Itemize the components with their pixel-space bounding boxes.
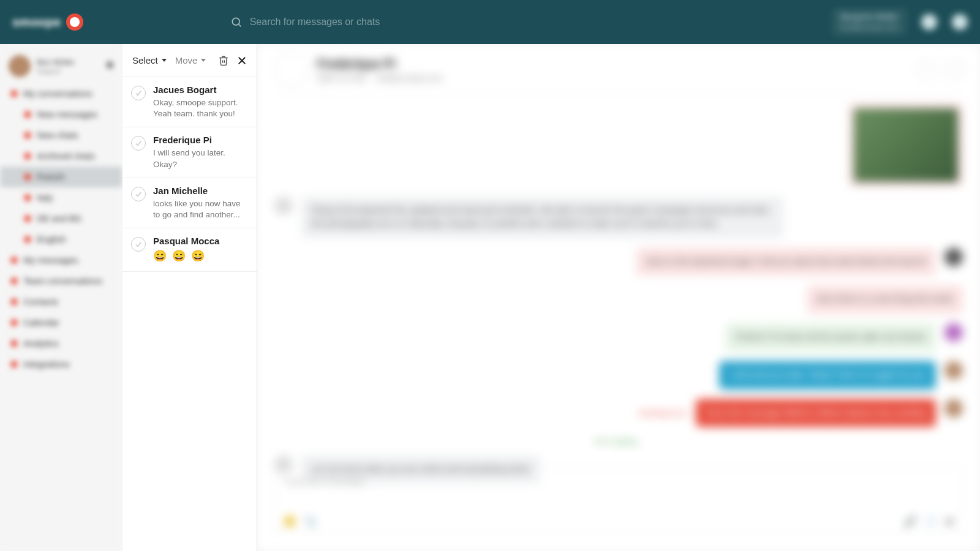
conversation-item[interactable]: Frederique PiI will send you later. Okay…: [123, 127, 257, 178]
sidebar-item-label: Italy: [37, 193, 53, 203]
message-bubble[interactable]: Sorry this message failed to deliver ple…: [696, 399, 936, 427]
conversation-preview: 😄 😄 😄: [153, 249, 248, 263]
message-bubble[interactable]: I will send you later. Okay? Here it is …: [719, 361, 936, 389]
message-bubble[interactable]: Also there is a new thing this week: [807, 285, 963, 313]
contact-phone: 0800 123 456: [317, 73, 366, 83]
contact-avatar[interactable]: [274, 53, 309, 87]
sidebar-user-name: Ben Müller: [37, 58, 75, 67]
select-label: Select: [132, 55, 158, 66]
chat-panel: Frederique Pi 0800 123 456 info@smoope.c…: [257, 44, 980, 551]
folder-icon: [24, 132, 31, 138]
conversation-item[interactable]: Jan Michellelooks like you now have to g…: [123, 178, 257, 228]
folder-icon: [11, 278, 17, 284]
template-icon[interactable]: 📄: [925, 515, 937, 527]
message-row: Here is the attached image I told you ab…: [274, 248, 963, 276]
close-button[interactable]: [235, 53, 249, 68]
sidebar-item-label: Analytics: [23, 339, 59, 348]
select-checkbox[interactable]: [131, 237, 146, 252]
move-label: Move: [175, 55, 198, 66]
sidebar-item[interactable]: My messages: [0, 250, 123, 271]
search-icon: [230, 16, 243, 28]
check-icon: [134, 89, 143, 97]
sidebar-user[interactable]: Ben Müller Support: [0, 49, 123, 83]
folder-icon: [11, 340, 17, 347]
message-row: Sending error Sorry this message failed …: [274, 399, 963, 427]
contact-name: Frederique Pi: [317, 57, 442, 71]
move-dropdown[interactable]: Move: [173, 53, 209, 68]
chat-action-icon[interactable]: [919, 62, 935, 78]
account-name: Benjamin Müller: [841, 12, 898, 23]
conversation-item[interactable]: Pasqual Mocca😄 😄 😄: [123, 228, 257, 271]
message-composer[interactable]: Type your message... 🙂 📎 🎤 📄 ➤: [274, 467, 963, 534]
notifications-icon[interactable]: [921, 14, 937, 30]
search-input[interactable]: [250, 17, 495, 28]
mic-icon[interactable]: 🎤: [904, 515, 916, 527]
sidebar-item[interactable]: DE and BG: [0, 208, 123, 229]
chevron-down-icon: [201, 59, 206, 62]
composer-placeholder: Type your message...: [284, 476, 954, 486]
account-chip[interactable]: Benjamin Müller ben@smoope.com: [832, 9, 907, 35]
sidebar-item-label: My messages: [23, 255, 78, 265]
message-bubble[interactable]: Please find attached the updated and imp…: [301, 197, 783, 238]
sender-avatar: [944, 399, 963, 418]
folder-icon: [11, 320, 17, 326]
sidebar-item[interactable]: Italy: [0, 187, 123, 208]
message-bubble[interactable]: Perfect! I'll review all the assets righ…: [726, 323, 936, 351]
sidebar-item[interactable]: Calendar: [0, 312, 123, 333]
sidebar-item-label: New chats: [37, 130, 78, 140]
sidebar-item[interactable]: Archived chats: [0, 146, 123, 167]
avatar: [9, 55, 31, 77]
message-bubble[interactable]: Here is the attached image I told you ab…: [636, 248, 936, 276]
message-row: Please find attached the updated and imp…: [274, 197, 963, 238]
folder-icon: [24, 195, 31, 201]
message-row: Also there is a new thing this week: [274, 285, 963, 313]
folder-icon: [24, 236, 31, 242]
image-attachment[interactable]: [854, 108, 958, 182]
sidebar-item[interactable]: My conversations: [0, 83, 123, 104]
folder-icon: [11, 257, 17, 263]
sidebar-item[interactable]: French: [0, 167, 123, 187]
sidebar-item-label: Calendar: [23, 318, 59, 328]
conversation-list-panel: Select Move Jacues BogartOkay, smoope su…: [123, 44, 257, 551]
select-checkbox[interactable]: [131, 86, 146, 100]
message-row: I will send you later. Okay? Here it is …: [274, 361, 963, 389]
conversation-name: Frederique Pi: [153, 135, 248, 145]
check-icon: [134, 190, 143, 198]
gear-icon[interactable]: [104, 60, 114, 72]
select-dropdown[interactable]: Select: [130, 53, 169, 68]
sidebar-item[interactable]: English: [0, 229, 123, 250]
attach-icon[interactable]: 📎: [304, 515, 317, 527]
conversation-toolbar: Select Move: [123, 44, 257, 77]
svg-line-1: [238, 24, 241, 27]
brand-logo: smoope: [12, 13, 83, 31]
sidebar-item[interactable]: New messages: [0, 104, 123, 125]
delete-button[interactable]: [216, 53, 231, 68]
settings-icon[interactable]: [952, 14, 968, 30]
select-checkbox[interactable]: [131, 136, 146, 151]
chat-action-icon[interactable]: [947, 62, 963, 78]
nav-sidebar: Ben Müller Support My conversationsNew m…: [0, 44, 123, 551]
conversation-item[interactable]: Jacues BogartOkay, smoope support. Yeah …: [123, 77, 257, 127]
chat-header: Frederique Pi 0800 123 456 info@smoope.c…: [274, 53, 963, 94]
folder-icon: [11, 299, 17, 305]
message-bubble[interactable]: [849, 103, 963, 187]
send-icon[interactable]: ➤: [946, 515, 954, 527]
sender-avatar: [944, 323, 963, 342]
select-checkbox[interactable]: [131, 187, 146, 201]
sidebar-item[interactable]: Team conversations: [0, 271, 123, 291]
conversation-preview: looks like you now have to go and find a…: [153, 198, 248, 220]
sidebar-item[interactable]: Contacts: [0, 291, 123, 312]
folder-icon: [11, 361, 17, 367]
sender-avatar: [944, 248, 963, 266]
svg-point-0: [232, 18, 239, 25]
emoji-icon[interactable]: 🙂: [284, 515, 296, 527]
brand-badge-icon: [66, 13, 83, 31]
message-row: Perfect! I'll review all the assets righ…: [274, 323, 963, 351]
sidebar-item[interactable]: New chats: [0, 125, 123, 146]
global-search[interactable]: [230, 16, 495, 28]
sidebar-item[interactable]: Analytics: [0, 333, 123, 354]
typing-indicator: He is typing...: [274, 437, 963, 446]
message-row: [274, 103, 963, 187]
folder-icon: [24, 174, 31, 180]
sidebar-item[interactable]: Integrations: [0, 354, 123, 375]
